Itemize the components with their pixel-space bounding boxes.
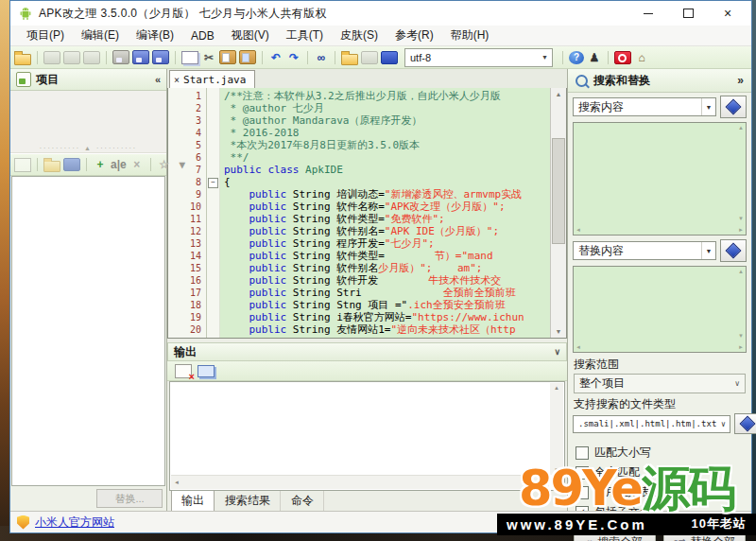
copy-icon[interactable]: [181, 51, 198, 64]
close-button[interactable]: ×: [713, 4, 742, 23]
search-scope-label: 搜索范围: [568, 354, 751, 374]
editor-vertical-scrollbar[interactable]: ▲ ▼: [550, 88, 566, 338]
chevron-down-icon[interactable]: ∨: [716, 416, 730, 432]
scroll-up-icon[interactable]: ▲: [738, 125, 744, 131]
menu-item-project[interactable]: 项目(P): [18, 26, 73, 45]
menu-item-compile[interactable]: 编译(B): [128, 26, 182, 45]
code-content[interactable]: /**注意：本软件从3.2之后推出少月版，自此小米人少月版 * @author …: [220, 88, 550, 338]
add-icon[interactable]: +: [93, 157, 108, 172]
paste-special-icon[interactable]: [239, 50, 256, 64]
scroll-right-icon[interactable]: ►: [738, 344, 744, 350]
favorites-caret-icon[interactable]: ▾: [175, 157, 190, 172]
favorites-icon[interactable]: ☆: [157, 157, 172, 172]
recompile-icon[interactable]: [83, 51, 100, 64]
replace-content-combo[interactable]: 替换内容 ▼: [573, 241, 716, 260]
tab-start-java[interactable]: × Start.java: [169, 70, 255, 88]
add-folder-icon[interactable]: [341, 54, 358, 65]
home-icon[interactable]: ⌂: [634, 50, 649, 65]
minimize-button[interactable]: [634, 4, 662, 23]
chevron-down-icon[interactable]: ▼: [701, 242, 715, 259]
checkbox-whole-word[interactable]: 全字匹配: [568, 462, 751, 482]
scroll-down-icon[interactable]: ▼: [738, 333, 744, 339]
search-scope-combo[interactable]: 整个项目 ∨: [574, 374, 746, 393]
undo-icon[interactable]: ↶: [268, 50, 284, 65]
fold-margin[interactable]: −: [207, 88, 220, 338]
scroll-down-icon[interactable]: ▼: [738, 216, 744, 221]
search-content-textarea[interactable]: ▲ ▼ ◄ ►: [573, 122, 747, 236]
import-project-icon[interactable]: [63, 158, 80, 171]
replace-content-textarea[interactable]: ▲ ▼ ◄ ►: [573, 266, 747, 353]
menu-item-edit[interactable]: 编辑(E): [73, 26, 128, 45]
replace-all-button[interactable]: a⇄ 替换全部: [663, 532, 746, 541]
save-as-icon[interactable]: [152, 50, 169, 64]
maximize-button[interactable]: [674, 4, 702, 23]
filetype-edit-button[interactable]: [734, 413, 756, 434]
checkbox-icon[interactable]: [576, 466, 589, 480]
paste-to-search-button[interactable]: [720, 96, 747, 118]
output-vertical-scrollbar[interactable]: ▲▼: [550, 383, 563, 475]
menu-item-help[interactable]: 帮助(H): [442, 26, 498, 45]
paste-icon[interactable]: [219, 50, 236, 64]
menu-item-skin[interactable]: 皮肤(S): [332, 26, 387, 45]
decompile-icon[interactable]: [63, 51, 80, 64]
save-icon[interactable]: [112, 50, 129, 64]
output-collapse-icon[interactable]: ∨: [554, 347, 560, 357]
fold-margin-cell: [207, 139, 219, 151]
scroll-left-icon[interactable]: ◄: [576, 344, 581, 350]
scroll-down-icon[interactable]: ▼: [556, 325, 562, 338]
delete-icon[interactable]: ×: [129, 157, 145, 172]
tab-output[interactable]: 输出: [171, 490, 215, 512]
panel-splitter[interactable]: ·········· ▲ ··········: [10, 144, 166, 153]
tab-command[interactable]: 命令: [282, 491, 324, 511]
new-project-icon[interactable]: [43, 51, 60, 64]
panel-expand-icon[interactable]: »: [737, 74, 744, 87]
clear-output-icon[interactable]: [175, 364, 192, 378]
copy-output-icon[interactable]: [198, 365, 215, 377]
checkbox-icon[interactable]: [576, 446, 589, 460]
redo-icon[interactable]: ↷: [286, 50, 301, 65]
open-project-folder-icon[interactable]: [43, 161, 60, 172]
tab-close-icon[interactable]: ×: [174, 75, 180, 85]
chevron-down-icon[interactable]: ▼: [701, 98, 715, 115]
chevron-down-icon[interactable]: ▼: [541, 54, 552, 61]
checkbox-match-case[interactable]: 匹配大小写: [568, 443, 751, 462]
rename-icon[interactable]: a|e: [111, 157, 127, 172]
encoding-combo[interactable]: utf-8▼: [404, 48, 553, 67]
checkbox-icon[interactable]: [576, 486, 589, 499]
find-icon[interactable]: ∞: [314, 50, 329, 65]
project-tree[interactable]: [11, 176, 165, 486]
tab-search-results[interactable]: 搜索结果: [215, 491, 281, 511]
scrollbar-thumb[interactable]: [552, 138, 565, 244]
collapse-panel-icon[interactable]: «: [155, 74, 161, 85]
menu-item-adb[interactable]: ADB: [182, 27, 223, 44]
scroll-up-icon[interactable]: ▲: [738, 269, 744, 274]
export-icon[interactable]: [361, 51, 378, 64]
cut-icon[interactable]: ✂: [201, 50, 216, 65]
refresh-file-icon[interactable]: [14, 158, 31, 172]
chevron-down-icon[interactable]: ∨: [734, 379, 740, 388]
output-horizontal-scrollbar[interactable]: ◄: [171, 475, 549, 489]
open-file-icon[interactable]: [14, 54, 31, 65]
code-editor[interactable]: 1234567891011121314151617181920 − /**注意：…: [167, 88, 567, 339]
save-all-icon[interactable]: [132, 50, 149, 64]
checkbox-regex[interactable]: 使用正则表达式: [568, 482, 751, 502]
scroll-up-icon[interactable]: ▲: [556, 88, 562, 100]
filetype-combo[interactable]: .smali|.xml|.html|.htm|.txt ∨: [573, 415, 730, 433]
project-replace-button[interactable]: 替换...: [96, 489, 163, 508]
search-content-combo[interactable]: 搜索内容 ▼: [573, 97, 716, 116]
fold-marker[interactable]: −: [207, 178, 219, 190]
help-icon[interactable]: ?: [569, 51, 584, 64]
scroll-left-icon[interactable]: ◄: [576, 227, 581, 233]
official-site-link[interactable]: 小米人官方网站: [35, 515, 114, 531]
scroll-right-icon[interactable]: ►: [738, 227, 744, 233]
paste-to-replace-button[interactable]: [720, 239, 747, 262]
weibo-icon[interactable]: [614, 51, 631, 64]
menu-item-view[interactable]: 视图(V): [223, 26, 278, 45]
import-icon[interactable]: [381, 51, 398, 64]
search-all-button[interactable]: ∞ 搜索全部: [574, 532, 656, 541]
menu-item-reference[interactable]: 参考(R): [387, 26, 442, 45]
spy-icon[interactable]: ♟: [587, 50, 602, 65]
menu-item-tools[interactable]: 工具(T): [278, 26, 332, 45]
output-tab-strip: 输出搜索结果命令: [167, 491, 567, 511]
output-text-area[interactable]: ▲▼ ◄: [169, 381, 565, 491]
